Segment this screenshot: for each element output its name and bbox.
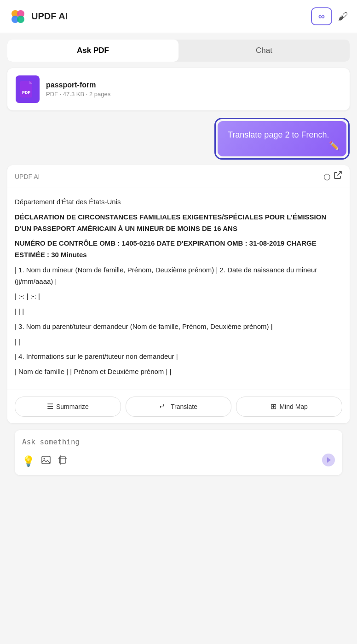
ask-input[interactable]: [22, 437, 335, 452]
ai-content: Département d'État des États-UnisDÉCLARA…: [7, 188, 350, 390]
translate-icon: ⇄: [160, 402, 168, 412]
svg-rect-10: [59, 457, 66, 463]
ai-label: UPDF AI: [15, 173, 40, 180]
ai-content-line: Département d'État des États-Unis: [15, 196, 342, 208]
external-link-button[interactable]: ⬡: [323, 171, 342, 182]
app-title: UPDF AI: [31, 11, 68, 22]
header-left: UPDF AI: [9, 8, 68, 25]
input-container-wrapper: 💡: [7, 430, 350, 475]
svg-text:PDF: PDF: [22, 90, 31, 95]
bulb-icon: 💡: [22, 455, 35, 467]
input-toolbar: 💡: [22, 454, 335, 470]
user-bubble: Translate page 2 to French. ✏️: [218, 121, 346, 156]
infinity-button[interactable]: ∞: [311, 7, 332, 25]
edit-icon: ✏️: [329, 141, 339, 151]
external-link-icon: ⬡: [323, 172, 331, 182]
bulb-button[interactable]: 💡: [22, 455, 35, 467]
ai-content-line: | 3. Nom du parent/tuteur demandeur (Nom…: [15, 321, 342, 333]
summarize-button[interactable]: ☰ Summarize: [15, 397, 121, 417]
ai-content-line: | |: [15, 336, 342, 348]
translate-button[interactable]: ⇄ Translate: [126, 397, 232, 417]
user-message-wrapper: Translate page 2 to French. ✏️: [214, 118, 350, 160]
translate-label: Translate: [171, 403, 197, 410]
open-external-icon: [333, 171, 342, 180]
image-button[interactable]: [41, 455, 51, 468]
ai-response-header: UPDF AI ⬡: [7, 165, 350, 188]
file-card: PDF passport-form PDF · 47.3 KB · 2 page…: [7, 68, 350, 110]
crop-icon: [58, 455, 68, 465]
mindmap-icon: ⊞: [271, 402, 276, 411]
brush-button[interactable]: 🖌: [338, 11, 348, 23]
crop-button[interactable]: [58, 455, 68, 468]
mindmap-label: Mind Map: [279, 403, 307, 410]
file-info: passport-form PDF · 47.3 KB · 2 pages: [46, 81, 110, 98]
ai-content-line: | :-: | :-: |: [15, 291, 342, 302]
ai-content-line: | 1. Nom du mineur (Nom de famille, Prén…: [15, 264, 342, 288]
pdf-icon-wrapper: PDF: [16, 75, 40, 103]
send-icon: [322, 454, 335, 466]
file-name: passport-form: [46, 81, 110, 89]
user-message-text: Translate page 2 to French.: [228, 130, 329, 139]
pdf-document-icon: PDF: [20, 81, 35, 98]
mindmap-button[interactable]: ⊞ Mind Map: [236, 397, 342, 417]
summarize-label: Summarize: [56, 403, 89, 410]
image-icon: [41, 455, 51, 465]
input-toolbar-left: 💡: [22, 455, 68, 468]
summarize-icon: ☰: [47, 402, 53, 411]
ai-content-line: | Nom de famille | | Prénom et Deuxième …: [15, 366, 342, 378]
action-buttons-row: ☰ Summarize ⇄ Translate ⊞ Mind Map: [7, 390, 350, 423]
svg-point-3: [17, 16, 24, 23]
input-area: 💡: [15, 430, 342, 475]
file-meta: PDF · 47.3 KB · 2 pages: [46, 91, 110, 98]
ai-content-line: NUMÉRO DE CONTRÔLE OMB : 1405-0216 DATE …: [15, 238, 342, 261]
user-message-container: Translate page 2 to French. ✏️: [7, 118, 350, 160]
svg-rect-8: [42, 456, 50, 464]
header-right: ∞ 🖌: [311, 7, 348, 25]
send-button[interactable]: [322, 454, 335, 470]
svg-text:⇄: ⇄: [160, 402, 164, 409]
svg-point-9: [44, 458, 45, 460]
app-header: UPDF AI ∞ 🖌: [0, 0, 357, 33]
translate-svg-icon: ⇄: [160, 402, 168, 410]
ai-response-section: UPDF AI ⬡ Département d'État des États-U…: [7, 165, 350, 423]
updf-logo-icon: [9, 8, 27, 25]
infinity-icon: ∞: [318, 11, 325, 22]
tabs-container: Ask PDF Chat: [7, 40, 350, 62]
brush-icon: 🖌: [338, 11, 348, 22]
chat-area: Translate page 2 to French. ✏️: [0, 118, 357, 160]
tab-chat[interactable]: Chat: [178, 40, 350, 62]
ai-content-line: DÉCLARATION DE CIRCONSTANCES FAMILIALES …: [15, 212, 342, 235]
ai-content-line: | | |: [15, 306, 342, 317]
ai-content-line: | 4. Informations sur le parent/tuteur n…: [15, 351, 342, 362]
tab-ask-pdf[interactable]: Ask PDF: [7, 40, 178, 62]
